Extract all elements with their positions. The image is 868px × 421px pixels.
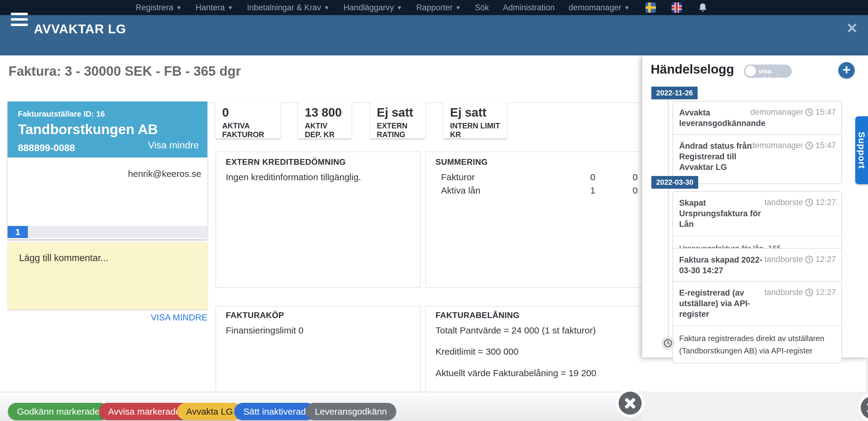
- issuer-name: Tandborstkungen AB: [18, 121, 198, 138]
- summary-row-value: 0: [568, 172, 595, 183]
- timeline-end-clock-icon: [661, 337, 675, 350]
- issuer-show-less-link[interactable]: Visa mindre: [148, 140, 199, 151]
- log-entry[interactable]: Faktura skapad 2022-03-30 14:27 tandbors…: [673, 248, 842, 283]
- date-chip: 2022-11-26: [651, 87, 698, 99]
- clock-icon: [805, 141, 813, 150]
- section-title: EXTERN KREDITBEDÖMNING: [226, 158, 346, 167]
- event-log-title: Händelselogg: [651, 62, 734, 77]
- delivery-approve-button[interactable]: Leveransgodkänn: [306, 403, 396, 420]
- clock-icon: [805, 108, 813, 116]
- nav-inbetalningar-krav[interactable]: Inbetalningar & Krav▼: [247, 3, 329, 12]
- clock-icon: [805, 198, 813, 206]
- log-entry-title: Faktura skapad 2022-03-30 14:27: [679, 255, 770, 276]
- app-window: Registrera▼ Hantera▼ Inbetalningar & Kra…: [0, 0, 868, 421]
- flag-sweden-icon[interactable]: [646, 2, 656, 13]
- nav-administration[interactable]: Administration: [503, 3, 555, 12]
- add-event-button[interactable]: +: [838, 62, 855, 79]
- issuer-email: henrik@keeros.se: [128, 169, 201, 179]
- log-entry-title: Skapat Ursprungsfaktura för Lån: [679, 198, 770, 230]
- show-important-toggle[interactable]: visa viktigt: [744, 64, 792, 78]
- nav-rapporter[interactable]: Rapporter▼: [416, 3, 461, 12]
- chevron-down-icon: ▼: [397, 5, 402, 10]
- issuer-card-header: Fakturautställare ID: 16 Tandborstkungen…: [7, 102, 207, 158]
- toggle-knob: [745, 66, 756, 77]
- summary-row-value: 0: [611, 172, 638, 183]
- show-less-link[interactable]: VISA MINDRE: [117, 313, 207, 322]
- reject-marked-button[interactable]: Avvisa markerade: [99, 403, 190, 420]
- log-entry-meta: demomanager 15:47: [750, 141, 836, 150]
- close-icon[interactable]: ✕: [846, 21, 858, 35]
- chevron-down-icon: ▼: [227, 5, 233, 10]
- top-navbar: Registrera▼ Hantera▼ Inbetalningar & Kra…: [0, 0, 868, 15]
- stat-extern-rating: Ej satt EXTERN RATING: [370, 102, 425, 138]
- log-entry-meta: demomanager 15:47: [750, 108, 836, 117]
- flag-uk-icon[interactable]: [672, 2, 682, 13]
- nav-sok[interactable]: Sök: [475, 3, 489, 12]
- log-entry-meta: tandborste 12:27: [765, 255, 836, 264]
- credit-assessment-box: EXTERN KREDITBEDÖMNING Ingen kreditinfor…: [216, 151, 421, 288]
- date-chip: 2022-03-30: [651, 176, 698, 189]
- page-title: Faktura: 3 - 30000 SEK - FB - 365 dgr: [8, 64, 241, 79]
- chevron-down-icon: ▼: [455, 5, 461, 10]
- chevron-down-icon: ▼: [176, 5, 182, 10]
- issuer-id: Fakturautställare ID: 16: [18, 109, 198, 119]
- log-entry[interactable]: Avvakta leveransgodkännande demomanager …: [673, 101, 842, 135]
- menu-icon[interactable]: [11, 13, 28, 27]
- pledge-line: Totalt Pantvärde = 24 000 (1 st fakturor…: [435, 325, 596, 336]
- chevron-down-icon: ▼: [624, 5, 630, 10]
- summary-row-label: Aktiva lån: [441, 185, 480, 196]
- log-entry[interactable]: E-registrerad (av utställare) via API-re…: [673, 281, 842, 363]
- timeline-line: [668, 92, 669, 348]
- issuer-progress-bar[interactable]: 1: [7, 226, 207, 238]
- section-title: SUMMERING: [435, 158, 488, 167]
- summary-row-value: 1: [568, 185, 595, 196]
- invoice-purchase-box: FAKTURAKÖP Finansieringslimit 0: [216, 306, 421, 392]
- section-title: FAKTURABELÅNING: [435, 311, 520, 320]
- stat-intern-limit: Ej satt INTERN LIMIT KR: [443, 102, 507, 138]
- log-entry-title: E-registrerad (av utställare) via API-re…: [679, 288, 770, 319]
- await-lg-button[interactable]: Avvakta LG: [177, 403, 242, 420]
- nav-hantera[interactable]: Hantera▼: [195, 3, 233, 12]
- chevron-down-icon: ▼: [324, 5, 330, 10]
- nav-handlaggarvy[interactable]: Handläggarvy▼: [343, 3, 402, 12]
- issuer-card: Fakturautställare ID: 16 Tandborstkungen…: [7, 102, 207, 239]
- log-entry-meta: tandborste 12:27: [765, 288, 836, 297]
- log-entry-meta: tandborste 12:27: [765, 198, 836, 207]
- credit-assessment-text: Ingen kreditinformation tillgänglig.: [226, 172, 361, 183]
- close-button-clipped[interactable]: [861, 396, 868, 419]
- summary-row-label: Fakturor: [441, 172, 475, 183]
- stat-active-deposit: 13 800 AKTIV DEP. KR: [298, 102, 351, 138]
- issuer-progress-value: 1: [7, 226, 28, 238]
- clock-icon: [805, 288, 813, 297]
- summary-row-value: 0: [611, 185, 638, 196]
- comment-input[interactable]: Lägg till kommentar...: [7, 242, 207, 310]
- support-tab[interactable]: Support: [855, 116, 868, 184]
- clock-icon: [805, 255, 813, 263]
- financing-limit-text: Finansieringslimit 0: [226, 325, 304, 336]
- user-menu[interactable]: demomanager▼: [569, 3, 630, 12]
- log-entry-body: Faktura registrerades direkt av utställa…: [673, 326, 841, 363]
- pledge-line: Aktuellt värde Fakturabelåning = 19 200: [435, 368, 596, 378]
- nav-registrera[interactable]: Registrera▼: [135, 3, 182, 12]
- section-title: FAKTURAKÖP: [226, 311, 284, 320]
- status-title: AVVAKTAR LG: [34, 22, 126, 36]
- approve-marked-button[interactable]: Godkänn markerade: [8, 403, 109, 420]
- pledge-line: Kreditlimit = 300 000: [435, 346, 519, 357]
- event-log-panel: Händelselogg visa viktigt + 2022-11-26 A…: [642, 55, 868, 357]
- set-inactive-button[interactable]: Sätt inaktiverad: [234, 403, 315, 420]
- bell-icon[interactable]: [698, 2, 707, 13]
- stat-active-invoices: 0 AKTIVA FAKTUROR: [216, 102, 281, 138]
- status-header-bar: [0, 15, 868, 55]
- close-modal-button[interactable]: [619, 392, 642, 415]
